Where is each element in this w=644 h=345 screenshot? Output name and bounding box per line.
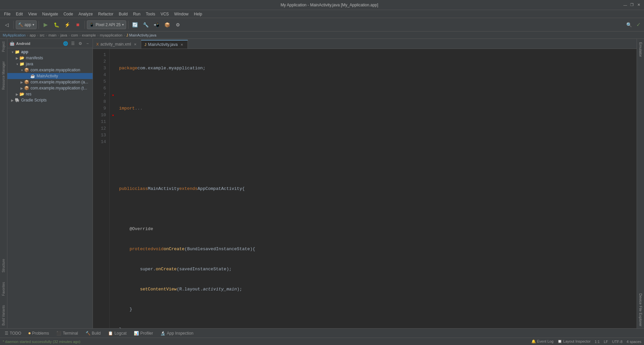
- status-linesep: LF: [604, 340, 608, 344]
- tab-logcat[interactable]: 📋 Logcat: [105, 329, 130, 337]
- toolbar-search-btn[interactable]: 🔍: [624, 20, 634, 29]
- maximize-button[interactable]: ❐: [629, 2, 635, 8]
- menu-tools[interactable]: Tools: [143, 11, 158, 17]
- breadcrumb-sep-4: ›: [58, 33, 59, 37]
- toolbar-stop-btn[interactable]: ■: [73, 20, 83, 29]
- tab-profiler[interactable]: 📊 Profiler: [130, 329, 156, 337]
- breadcrumb-main[interactable]: main: [49, 33, 57, 37]
- tree-item-package-main[interactable]: ▾ 📦 com.example.myapplication: [7, 67, 93, 73]
- package-icon-main: 📦: [24, 68, 29, 72]
- toolbar-avd-btn[interactable]: 📲: [152, 20, 161, 29]
- breadcrumb-com[interactable]: com: [71, 33, 78, 37]
- tree-item-package-test[interactable]: ▶ 📦 com.example.myapplication (t...: [7, 85, 93, 91]
- breadcrumb-src[interactable]: src: [40, 33, 45, 37]
- left-tool-structure[interactable]: Structure: [1, 258, 6, 274]
- breadcrumb-sep-2: ›: [37, 33, 39, 37]
- toolbar-back-btn[interactable]: ◁: [2, 20, 11, 29]
- event-log-btn[interactable]: 🔔 Event Log: [531, 339, 554, 344]
- tab-problems[interactable]: Problems: [25, 329, 52, 337]
- tab-label-todo: TODO: [10, 331, 21, 336]
- tree-item-manifests[interactable]: ▶ 📂 manifests: [7, 55, 93, 61]
- left-tool-build-variants[interactable]: Build Variants: [1, 304, 6, 327]
- menu-navigate[interactable]: Navigate: [40, 11, 61, 17]
- code-editor[interactable]: 1 2 3 4 5 6 7 8 9 10 11 12 13 14: [93, 49, 637, 328]
- tree-item-gradle[interactable]: ▶ 🐘 Gradle Scripts: [7, 97, 93, 103]
- toolbar-profile-btn[interactable]: ⚡: [62, 20, 72, 29]
- tab-mainactivity[interactable]: J MainActivity.java ✕: [141, 40, 188, 49]
- close-button[interactable]: ✕: [636, 2, 641, 8]
- breadcrumb-java[interactable]: java: [60, 33, 67, 37]
- panel-btn-globe[interactable]: 🌐: [62, 41, 68, 47]
- menu-analyze[interactable]: Analyze: [76, 11, 96, 17]
- tab-terminal[interactable]: ⬛ Terminal: [53, 329, 81, 337]
- toolbar-sdk-btn[interactable]: 📦: [163, 20, 172, 29]
- menu-help[interactable]: Help: [191, 11, 205, 17]
- status-bar: * daemon started successfully (32 minute…: [0, 338, 644, 345]
- tab-activity-main[interactable]: X activity_main.xml ✕: [93, 40, 141, 49]
- tree-item-java[interactable]: ▾ 📁 java: [7, 61, 93, 67]
- tab-app-inspection[interactable]: 🔬 App Inspection: [157, 329, 197, 337]
- breadcrumb-example[interactable]: example: [82, 33, 96, 37]
- tree-item-res[interactable]: ▶ 📂 res: [7, 91, 93, 97]
- tree-item-mainactivity[interactable]: ☕ MainActivity: [7, 73, 93, 79]
- right-tool-emulator[interactable]: Emulator: [638, 40, 644, 59]
- ln-4: 4: [93, 72, 106, 78]
- ln-6: 6: [93, 85, 106, 92]
- project-tree: ▾ 📁 app ▶ 📂 manifests ▾ 📁 java ▾: [7, 48, 93, 328]
- menu-refactor[interactable]: Refactor: [96, 11, 116, 17]
- code-line-11: super.onCreate(savedInstanceState);: [119, 266, 637, 273]
- minimize-button[interactable]: —: [623, 2, 628, 8]
- breadcrumb-sep-3: ›: [46, 33, 47, 37]
- toolbar-build-btn[interactable]: 🔧: [141, 20, 151, 29]
- toolbar-settings-btn[interactable]: ⚙: [173, 20, 183, 29]
- panel-btn-minimize[interactable]: −: [85, 41, 91, 47]
- panel-btn-gear[interactable]: ⚙: [77, 41, 83, 47]
- code-content[interactable]: package com.example.myapplication; impor…: [116, 49, 637, 328]
- problems-dot: [29, 332, 31, 334]
- project-dropdown[interactable]: 🔨 app ▾: [16, 20, 37, 29]
- tree-item-app[interactable]: ▾ 📁 app: [7, 49, 93, 55]
- tab-close-activity-main[interactable]: ✕: [133, 42, 138, 47]
- menu-window[interactable]: Window: [171, 11, 191, 17]
- gutter-3: [110, 65, 116, 72]
- ln-1: 1: [93, 52, 106, 58]
- menu-run[interactable]: Run: [130, 11, 143, 17]
- menu-file[interactable]: File: [1, 11, 13, 17]
- tree-label-res: res: [26, 92, 32, 96]
- ln-8: 8: [93, 98, 106, 105]
- menu-vcs[interactable]: VCS: [158, 11, 172, 17]
- breadcrumb-myapplication[interactable]: MyApplication: [3, 33, 25, 37]
- device-dropdown[interactable]: 📱 Pixel 2 API 25 ▾: [87, 20, 126, 29]
- tab-label-problems: Problems: [32, 331, 49, 336]
- tree-item-package-androidtest[interactable]: ▶ 📦 com.example.myapplication (a...: [7, 79, 93, 85]
- layout-inspector-btn[interactable]: 🔲 Layout Inspector: [557, 339, 590, 344]
- tab-todo[interactable]: ☰ TODO: [1, 329, 24, 337]
- title-bar: My Application - MainActivity.java [My_A…: [0, 0, 644, 10]
- toolbar-debug-btn[interactable]: 🐛: [52, 20, 61, 29]
- menu-build[interactable]: Build: [116, 11, 130, 17]
- layout-inspector-label: Layout Inspector: [563, 339, 590, 343]
- right-tool-device-explorer[interactable]: Device File Explorer: [638, 291, 644, 328]
- gutter-13: [110, 132, 116, 139]
- left-tool-favorites[interactable]: Favorites: [1, 281, 6, 297]
- toolbar-run-btn[interactable]: ▶: [41, 20, 50, 29]
- menu-view[interactable]: View: [25, 11, 40, 17]
- ln-3: 3: [93, 65, 106, 72]
- left-tool-project[interactable]: Project: [1, 40, 6, 53]
- editor-tabs: X activity_main.xml ✕ J MainActivity.jav…: [93, 39, 637, 49]
- build-icon: 🔨: [86, 331, 91, 336]
- breadcrumb-myapplication2[interactable]: myapplication: [100, 33, 122, 37]
- left-tool-resource-manager[interactable]: Resource Manager: [1, 60, 6, 91]
- ln-11: 11: [93, 119, 106, 125]
- breadcrumb-app[interactable]: app: [30, 33, 36, 37]
- menu-edit[interactable]: Edit: [13, 11, 25, 17]
- tab-build[interactable]: 🔨 Build: [82, 329, 104, 337]
- breadcrumb-mainactivity[interactable]: J MainActivity.java: [126, 33, 157, 37]
- tab-close-mainactivity[interactable]: ✕: [179, 42, 184, 47]
- toolbar-sync-btn[interactable]: 🔄: [130, 20, 140, 29]
- menu-code[interactable]: Code: [61, 11, 76, 17]
- window-controls[interactable]: — ❐ ✕: [623, 2, 641, 8]
- panel-btn-list[interactable]: ☰: [70, 41, 76, 47]
- breadcrumb-sep-8: ›: [124, 33, 125, 37]
- code-line-13: }: [119, 306, 637, 313]
